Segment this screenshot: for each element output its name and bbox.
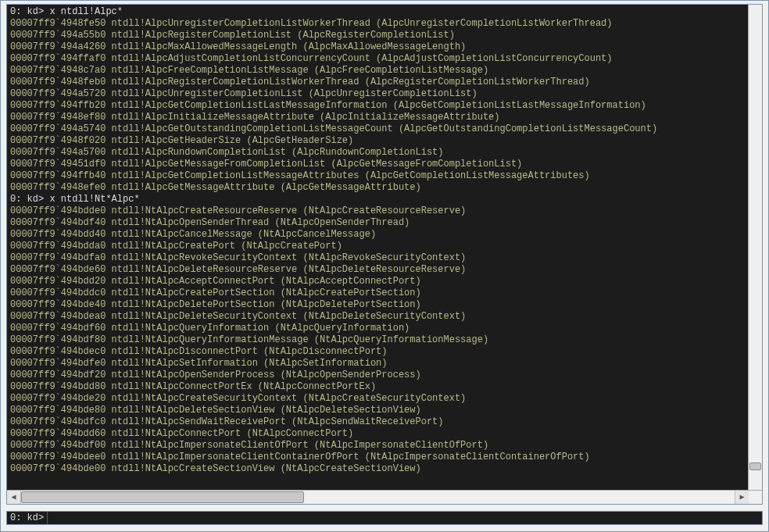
console-line: 00007ff9`494bde00 ntdll!NtAlpcCreateSect… xyxy=(10,463,759,475)
console-line: 00007ff9`494a4260 ntdll!AlpcMaxAllowedMe… xyxy=(10,41,759,53)
console-line: 00007ff9`494bdd80 ntdll!NtAlpcConnectPor… xyxy=(10,381,759,393)
console-line: 00007ff9`494a5740 ntdll!AlpcGetOutstandi… xyxy=(10,123,759,135)
console-line: 00007ff9`494bdd40 ntdll!NtAlpcCancelMess… xyxy=(10,229,759,241)
console-line: 00007ff9`494bdf00 ntdll!NtAlpcImpersonat… xyxy=(10,440,759,452)
vertical-scrollbar-thumb[interactable] xyxy=(749,462,761,470)
console-line: 00007ff9`494bdfc0 ntdll!NtAlpcSendWaitRe… xyxy=(10,416,759,428)
console-line: 00007ff9`494bdea0 ntdll!NtAlpcDeleteSecu… xyxy=(10,311,759,323)
console-line: 00007ff9`494bdd60 ntdll!NtAlpcConnectPor… xyxy=(10,428,759,440)
console-line: 00007ff9`4948f020 ntdll!AlpcGetHeaderSiz… xyxy=(10,135,759,147)
console-line: 00007ff9`494ffb40 ntdll!AlpcGetCompletio… xyxy=(10,170,759,182)
console-line: 00007ff9`494bdf60 ntdll!NtAlpcQueryInfor… xyxy=(10,323,759,334)
console-line: 00007ff9`494bdf40 ntdll!NtAlpcOpenSender… xyxy=(10,217,759,229)
command-bar: 0: kd> xyxy=(6,511,763,525)
console-line: 00007ff9`494bdf20 ntdll!NtAlpcOpenSender… xyxy=(10,370,759,381)
scroll-right-button[interactable]: ▶ xyxy=(735,491,749,504)
debugger-window: 0: kd> x ntdll!Alpc*00007ff9`4948fe50 nt… xyxy=(0,0,769,532)
console-line: 00007ff9`494bdfa0 ntdll!NtAlpcRevokeSecu… xyxy=(10,252,759,264)
horizontal-scrollbar-thumb[interactable] xyxy=(21,491,304,503)
command-input[interactable] xyxy=(48,512,762,524)
console-line: 00007ff9`494bdec0 ntdll!NtAlpcDisconnect… xyxy=(10,346,759,358)
vertical-scrollbar[interactable] xyxy=(748,5,762,491)
console-line: 00007ff9`494bddc0 ntdll!NtAlpcCreatePort… xyxy=(10,287,759,299)
console-output[interactable]: 0: kd> x ntdll!Alpc*00007ff9`4948fe50 nt… xyxy=(7,5,762,490)
console-line: 00007ff9`49451df0 ntdll!AlpcGetMessageFr… xyxy=(10,159,759,170)
console-line: 00007ff9`494a55b0 ntdll!AlpcRegisterComp… xyxy=(10,30,759,41)
console-line: 00007ff9`494bdd20 ntdll!NtAlpcAcceptConn… xyxy=(10,276,759,287)
command-prompt: 0: kd> xyxy=(7,512,48,524)
console-line: 0: kd> x ntdll!Alpc* xyxy=(10,6,759,18)
scroll-left-button[interactable]: ◀ xyxy=(7,491,21,504)
console-line: 00007ff9`4948ef80 ntdll!AlpcInitializeMe… xyxy=(10,112,759,123)
console-line: 00007ff9`4948feb0 ntdll!AlpcRegisterComp… xyxy=(10,77,759,88)
console-line: 00007ff9`494bde40 ntdll!NtAlpcDeletePort… xyxy=(10,299,759,311)
console-line: 00007ff9`4948fe50 ntdll!AlpcUnregisterCo… xyxy=(10,18,759,30)
console-line: 00007ff9`494bde60 ntdll!NtAlpcDeleteReso… xyxy=(10,264,759,276)
console-line: 0: kd> x ntdll!Nt*Alpc* xyxy=(10,194,759,205)
console-line: 00007ff9`494a5700 ntdll!AlpcRundownCompl… xyxy=(10,147,759,159)
console-line: 00007ff9`4948efe0 ntdll!AlpcGetMessageAt… xyxy=(10,182,759,194)
console-line: 00007ff9`4948c7a0 ntdll!AlpcFreeCompleti… xyxy=(10,65,759,77)
console-panel: 0: kd> x ntdll!Alpc*00007ff9`4948fe50 nt… xyxy=(6,4,763,505)
console-line: 00007ff9`494bdfe0 ntdll!NtAlpcSetInforma… xyxy=(10,358,759,370)
console-line: 00007ff9`494bde20 ntdll!NtAlpcCreateSecu… xyxy=(10,393,759,405)
console-line: 00007ff9`494ffb20 ntdll!AlpcGetCompletio… xyxy=(10,100,759,112)
console-line: 00007ff9`494bdf80 ntdll!NtAlpcQueryInfor… xyxy=(10,334,759,346)
console-line: 00007ff9`494bde80 ntdll!NtAlpcDeleteSect… xyxy=(10,405,759,416)
horizontal-scrollbar[interactable]: ◀ ▶ xyxy=(7,490,762,504)
console-line: 00007ff9`494bdde0 ntdll!NtAlpcCreateReso… xyxy=(10,205,759,217)
console-line: 00007ff9`494bdda0 ntdll!NtAlpcCreatePort… xyxy=(10,241,759,252)
console-line: 00007ff9`494ffaf0 ntdll!AlpcAdjustComple… xyxy=(10,53,759,65)
console-line: 00007ff9`494a5720 ntdll!AlpcUnregisterCo… xyxy=(10,88,759,100)
console-line: 00007ff9`494bdee0 ntdll!NtAlpcImpersonat… xyxy=(10,452,759,463)
